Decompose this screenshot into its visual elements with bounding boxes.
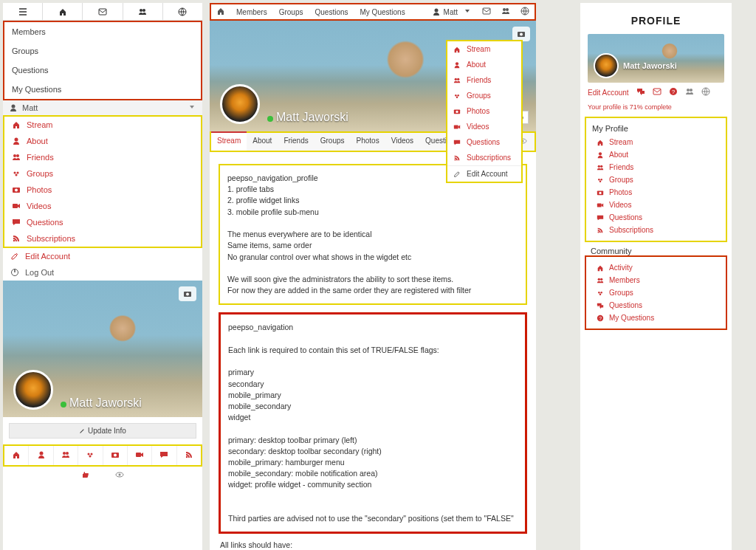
camera-icon[interactable] — [512, 27, 530, 41]
display-name: Matt Jaworski — [276, 111, 348, 123]
menu-videos[interactable]: Videos — [4, 198, 201, 214]
tab-video-icon[interactable] — [128, 446, 152, 465]
menu-friends[interactable]: Friends — [4, 149, 201, 165]
friends-icon[interactable] — [496, 7, 515, 17]
sec-groups[interactable]: Groups — [592, 173, 720, 186]
tab-about[interactable]: About — [247, 133, 278, 151]
tab-friends[interactable]: Friends — [278, 133, 314, 151]
profile-dropdown-submenu: Stream About Friends Groups Photos Video… — [446, 40, 523, 183]
sm-subscriptions[interactable]: Subscriptions — [447, 150, 521, 165]
widget-my-profile: My Profile Stream About Friends Groups P… — [585, 117, 727, 242]
menu-photos[interactable]: Photos — [4, 182, 201, 198]
update-info-button[interactable]: Update Info — [9, 423, 196, 439]
menu-questions[interactable]: Questions — [4, 214, 201, 230]
sec-activity[interactable]: Activity — [592, 261, 720, 274]
hamburger-icon[interactable] — [3, 3, 43, 20]
menu-stream[interactable]: Stream — [4, 117, 201, 133]
sec-groups[interactable]: Groups — [592, 286, 720, 299]
sm-groups[interactable]: Groups — [447, 88, 521, 103]
tab-friends-icon[interactable] — [54, 446, 78, 465]
tab-camera-icon[interactable] — [103, 446, 128, 465]
display-name: Matt Jaworski — [623, 61, 677, 70]
desktop-toolbar: Members Groups Questions My Questions Ma… — [210, 3, 536, 21]
sec-friends[interactable]: Friends — [592, 161, 720, 173]
mobile-topbar — [3, 3, 202, 21]
edit-account-link[interactable]: Edit Account — [588, 89, 629, 97]
sec-subscriptions[interactable]: Subscriptions — [592, 224, 720, 236]
sec-about[interactable]: About — [592, 148, 720, 161]
like-icon[interactable] — [81, 472, 90, 481]
section-title-community: Community — [580, 242, 732, 255]
user-label: Matt — [22, 103, 38, 112]
sm-stream[interactable]: Stream — [447, 41, 521, 57]
widget-title: PROFILE — [580, 3, 732, 34]
friends-icon[interactable] — [123, 3, 163, 20]
sm-questions[interactable]: Questions — [447, 134, 521, 150]
menu-logout[interactable]: Log Out — [3, 264, 202, 281]
sec-stream[interactable]: Stream — [592, 136, 720, 148]
mobile-profile-submenu: Stream About Friends Groups Photos Video… — [3, 115, 202, 248]
tab-groups-icon[interactable] — [78, 446, 103, 465]
nav-my-questions[interactable]: My Questions — [4, 80, 201, 99]
profile-cover: Matt Jaworski — [3, 281, 202, 417]
nav-members[interactable]: Members — [4, 22, 201, 41]
caret-icon[interactable] — [458, 7, 477, 17]
sec-members[interactable]: Members — [592, 274, 720, 286]
sec-questions[interactable]: Questions — [592, 211, 720, 224]
sm-friends[interactable]: Friends — [447, 72, 521, 88]
globe-icon[interactable] — [515, 7, 535, 17]
eye-icon[interactable] — [115, 470, 124, 481]
mail-icon[interactable] — [83, 3, 123, 20]
tab-photos[interactable]: Photos — [351, 133, 385, 151]
tab-groups[interactable]: Groups — [315, 133, 351, 151]
globe-icon[interactable] — [163, 3, 202, 20]
nav-groups[interactable]: Groups — [273, 8, 309, 16]
online-indicator — [267, 116, 273, 122]
avatar[interactable] — [220, 84, 260, 124]
toolbar-user[interactable]: Matt — [432, 7, 458, 16]
sm-about[interactable]: About — [447, 57, 521, 72]
note-profile-nav: peepso_navigation_profile 1. profile tab… — [219, 164, 527, 305]
mobile-primary-nav: Members Groups Questions My Questions — [3, 21, 202, 100]
sm-edit-account[interactable]: Edit Account — [447, 166, 521, 182]
avatar[interactable] — [594, 53, 619, 78]
sm-photos[interactable]: Photos — [447, 103, 521, 119]
online-indicator — [61, 402, 66, 408]
note-links-spec: All links should have: label icon href a… — [210, 540, 536, 550]
sec-videos[interactable]: Videos — [592, 199, 720, 211]
sm-videos[interactable]: Videos — [447, 119, 521, 134]
friends-icon[interactable] — [685, 87, 694, 97]
tab-home-icon[interactable] — [4, 446, 29, 465]
tab-rss-icon[interactable] — [177, 446, 201, 465]
sec-my-questions[interactable]: My Questions — [592, 312, 720, 324]
nav-groups[interactable]: Groups — [4, 41, 201, 61]
widget-cover: Matt Jaworski — [588, 34, 724, 83]
globe-icon[interactable] — [701, 87, 710, 97]
chevron-down-icon — [188, 103, 196, 113]
nav-my-questions[interactable]: My Questions — [354, 8, 411, 16]
mail-icon[interactable] — [653, 87, 662, 97]
tab-user-icon[interactable] — [29, 446, 53, 465]
help-icon[interactable] — [669, 87, 678, 97]
avatar[interactable] — [13, 370, 53, 410]
widget-community: Activity Members Groups Questions My Que… — [585, 255, 727, 330]
sec-questions[interactable]: Questions — [592, 299, 720, 312]
home-icon[interactable] — [43, 3, 83, 20]
tab-videos[interactable]: Videos — [385, 133, 419, 151]
nav-questions[interactable]: Questions — [309, 8, 354, 16]
camera-icon[interactable] — [179, 286, 196, 301]
menu-groups[interactable]: Groups — [4, 165, 201, 182]
nav-questions[interactable]: Questions — [4, 61, 201, 80]
user-dropdown[interactable]: Matt — [3, 100, 202, 115]
nav-members[interactable]: Members — [230, 8, 273, 16]
menu-subscriptions[interactable]: Subscriptions — [4, 230, 201, 247]
tab-stream[interactable]: Stream — [211, 131, 247, 151]
note-navigation-flags: peepso_navigation Each link is required … — [219, 312, 527, 534]
chats-icon[interactable] — [636, 87, 645, 97]
menu-edit-account[interactable]: Edit Account — [3, 248, 202, 264]
sec-photos[interactable]: Photos — [592, 186, 720, 199]
menu-about[interactable]: About — [4, 133, 201, 149]
mail-icon[interactable] — [477, 7, 496, 17]
tab-chat-icon[interactable] — [152, 446, 176, 465]
home-icon[interactable] — [211, 7, 230, 17]
